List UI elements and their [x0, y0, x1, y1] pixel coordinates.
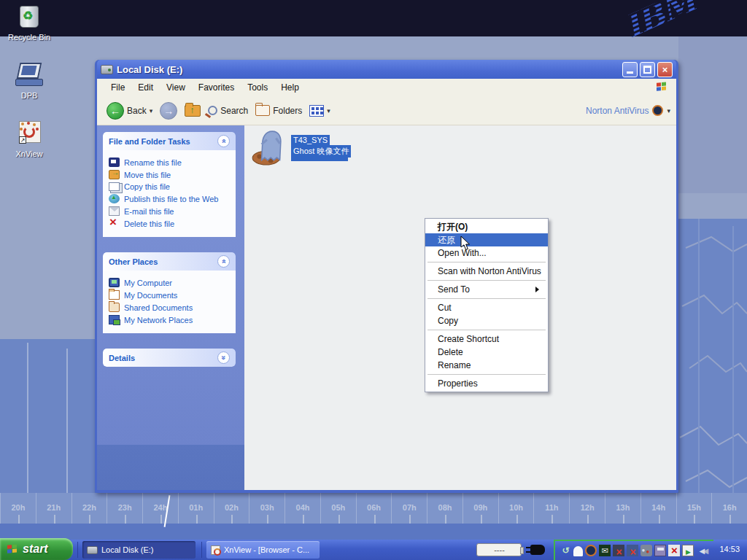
context-menu-item[interactable] [425, 296, 548, 301]
start-button[interactable]: start [0, 538, 73, 560]
desktop-top-band: IBM [0, 0, 747, 36]
windows-flag-icon [7, 544, 18, 555]
views-button[interactable]: ▾ [306, 104, 334, 118]
desktop-icon-xnview[interactable]: ↗ XnView [1, 120, 57, 158]
titlebar[interactable]: Local Disk (E:) × [97, 60, 676, 79]
menu-item[interactable]: Favorites [192, 80, 241, 95]
system-tray [554, 540, 713, 560]
details-header[interactable]: Details » [103, 349, 236, 367]
chevron-up-icon[interactable]: » [217, 255, 230, 268]
toolbar: ← Back ▾ → ↑ Search Folders ▾ Norton Ant… [97, 96, 676, 125]
context-menu-item[interactable]: Copy [425, 314, 548, 327]
desktop-icon-label: Recycle Bin [1, 33, 57, 42]
context-menu-item[interactable] [425, 278, 548, 283]
folders-button[interactable]: Folders [252, 104, 306, 117]
back-dropdown-icon[interactable]: ▾ [150, 107, 153, 114]
volume-tray-icon[interactable] [696, 545, 708, 556]
task-link[interactable]: Copy this file [109, 181, 233, 192]
mail-tray-icon[interactable] [599, 545, 611, 556]
context-menu-item[interactable]: 还原 [425, 233, 548, 246]
menu-item[interactable]: Tools [241, 80, 274, 95]
hour-label: 16h [711, 493, 747, 524]
task-link[interactable]: Rename this file [109, 156, 233, 168]
context-menu-item[interactable]: Create Shortcut [425, 332, 548, 346]
network-disconnected-tray-icon[interactable] [627, 545, 638, 556]
menu-item[interactable]: View [160, 80, 192, 95]
wireless-disconnected-tray-icon[interactable] [613, 545, 624, 556]
context-menu-item[interactable] [425, 260, 548, 265]
minimize-button[interactable] [622, 62, 638, 77]
folder-content[interactable]: T43_SYS Ghost 映像文件 打开(O) 还原 [244, 125, 676, 490]
hour-label: 08h [427, 493, 462, 524]
menu-item[interactable]: Edit [131, 80, 160, 95]
file-tasks-header[interactable]: File and Folder Tasks » [103, 132, 236, 150]
place-link[interactable]: My Network Places [109, 314, 233, 326]
hour-label: 05h [320, 493, 356, 524]
norton-dropdown-icon[interactable]: ▾ [667, 107, 670, 114]
other-places-panel: Other Places » My Computer My Documents [103, 252, 236, 333]
back-button[interactable]: ← Back ▾ [103, 101, 156, 121]
no-signal-tray-icon[interactable] [668, 545, 680, 556]
sync-tray-icon[interactable] [560, 545, 571, 556]
context-menu-item[interactable]: Scan with Norton AntiVirus [425, 265, 548, 278]
power-plug-icon [530, 545, 545, 555]
context-menu-item[interactable]: Rename [425, 359, 548, 372]
task-link[interactable]: Delete this file [109, 217, 233, 230]
task-link[interactable]: Publish this file to the Web [109, 192, 233, 205]
views-dropdown-icon[interactable]: ▾ [327, 107, 330, 114]
task-link[interactable]: E-mail this file [109, 205, 233, 217]
details-panel: Details » [103, 349, 236, 367]
hour-label: 20h [0, 493, 36, 524]
chevron-up-icon[interactable]: » [217, 135, 230, 147]
hour-label: 03h [249, 493, 285, 524]
context-menu-item[interactable]: Send To [425, 283, 548, 296]
taskbar-clock: 14:53 [713, 540, 747, 560]
media-player-tray-icon[interactable] [682, 545, 694, 556]
close-button[interactable]: × [657, 62, 673, 77]
maximize-button[interactable] [640, 62, 655, 77]
chevron-down-icon[interactable]: » [217, 351, 230, 364]
context-menu-item[interactable]: Properties [425, 377, 548, 390]
file-tile-t43sys[interactable]: T43_SYS Ghost 映像文件 [250, 129, 351, 166]
up-button[interactable]: ↑ [181, 104, 204, 118]
context-menu-item[interactable]: 打开(O) [425, 220, 548, 233]
copy-icon [109, 182, 120, 191]
desktop-icon-dpb[interactable]: DPB [1, 61, 57, 100]
menu-item[interactable]: Help [274, 80, 306, 95]
mouse-cursor [460, 236, 471, 251]
menu-item[interactable]: File [104, 80, 131, 95]
context-menu-item[interactable]: Open With... [425, 246, 548, 260]
ghost-tray-icon[interactable] [573, 546, 583, 556]
desktop-icon-recycle-bin[interactable]: ♻ Recycle Bin [1, 3, 57, 42]
hour-label: 06h [356, 493, 392, 524]
windows-flag-icon [657, 82, 667, 93]
context-menu-item[interactable]: Delete [425, 346, 548, 359]
network-icon [109, 315, 120, 324]
search-button[interactable]: Search [204, 104, 252, 117]
context-menu-item[interactable]: Cut [425, 301, 548, 314]
desktop-icon-label: DPB [1, 91, 57, 100]
forward-button[interactable]: → [156, 101, 181, 121]
hour-label: 02h [214, 493, 249, 524]
explorer-window: Local Disk (E:) × File Edit View Favorit… [95, 60, 678, 493]
norton-antivirus-button[interactable]: Norton AntiVirus ▾ [586, 105, 670, 116]
taskbar-button-local-disk[interactable]: Local Disk (E:) [82, 541, 196, 559]
place-link[interactable]: My Computer [109, 276, 233, 289]
file-type: Ghost 映像文件 [291, 145, 351, 158]
place-link[interactable]: My Documents [109, 289, 233, 301]
task-link[interactable]: Move this file [109, 168, 233, 181]
context-menu-item[interactable] [425, 372, 548, 377]
context-menu-item[interactable] [425, 327, 548, 332]
printer-tray-icon[interactable] [654, 545, 666, 556]
place-link[interactable]: Shared Documents [109, 301, 233, 314]
norton-antivirus-tray-icon[interactable] [585, 545, 597, 556]
hour-label: 24h [142, 493, 178, 524]
other-places-header[interactable]: Other Places » [103, 252, 236, 271]
hour-label: 13h [605, 493, 640, 524]
hour-label: 23h [107, 493, 142, 524]
menu-bar: File Edit View Favorites Tools Help [97, 79, 676, 96]
taskbar-button-xnview[interactable]: XnView - [Browser - C... [206, 541, 320, 559]
delete-icon [109, 219, 120, 228]
users-blocked-tray-icon[interactable] [640, 545, 652, 556]
hour-label: 11h [533, 493, 569, 524]
